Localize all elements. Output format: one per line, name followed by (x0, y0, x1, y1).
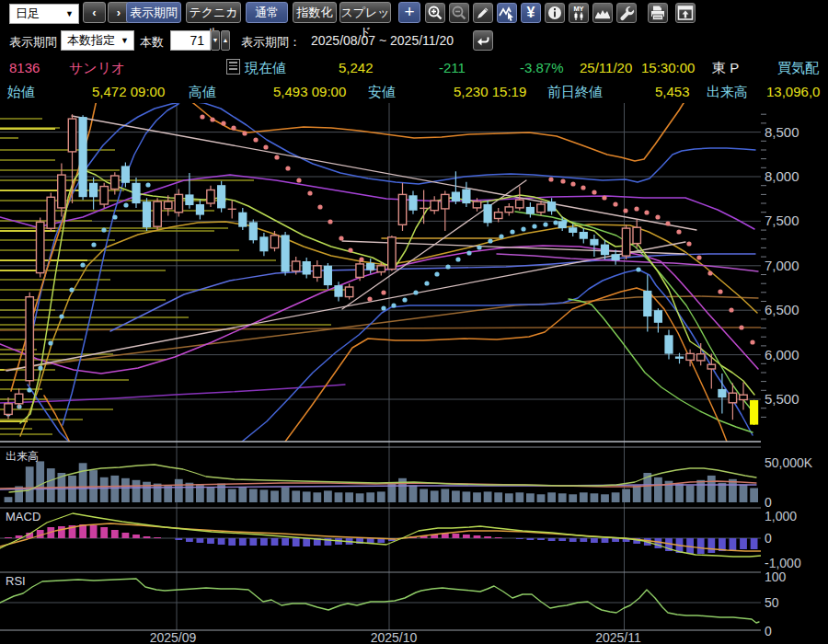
svg-text:8,000: 8,000 (765, 168, 799, 184)
svg-text:-1,000: -1,000 (765, 556, 801, 570)
svg-text:2025/09: 2025/09 (150, 630, 197, 644)
svg-text:6,000: 6,000 (765, 347, 799, 362)
svg-text:2025/10: 2025/10 (371, 630, 418, 644)
svg-text:1,000: 1,000 (765, 509, 797, 523)
svg-text:50: 50 (765, 595, 779, 610)
svg-text:RSI: RSI (6, 574, 26, 588)
svg-text:0: 0 (765, 624, 772, 638)
svg-text:MACD: MACD (6, 510, 40, 523)
svg-text:50,000K: 50,000K (765, 455, 813, 470)
svg-text:6,500: 6,500 (765, 302, 799, 317)
svg-text:5,500: 5,500 (765, 391, 799, 407)
svg-text:0: 0 (765, 531, 772, 546)
svg-text:100: 100 (765, 569, 787, 584)
svg-text:MY: MY (573, 5, 583, 13)
svg-text:0: 0 (765, 495, 772, 510)
svg-text:7,000: 7,000 (765, 258, 799, 273)
svg-text:7,500: 7,500 (765, 213, 799, 228)
svg-text:8,500: 8,500 (765, 124, 799, 140)
svg-text:出来高: 出来高 (6, 450, 39, 463)
svg-text:2025/11: 2025/11 (595, 630, 641, 644)
